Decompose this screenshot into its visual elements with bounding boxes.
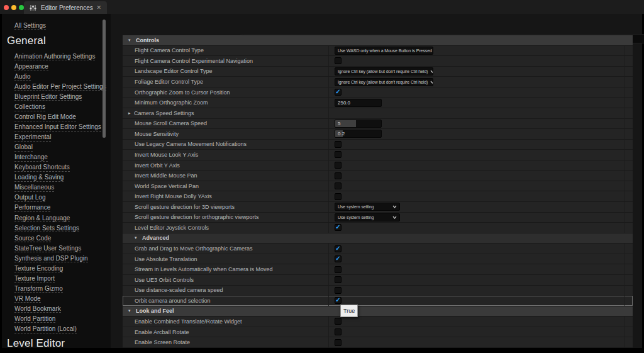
sidebar-item[interactable]: Keyboard Shortcuts: [14, 163, 111, 173]
setting-row[interactable]: Enable Screen Rotate: [123, 337, 633, 348]
traffic-zoom-button[interactable]: [19, 5, 24, 10]
sidebar-item[interactable]: World Partition: [14, 314, 111, 324]
setting-row[interactable]: Flight Camera Control TypeUse WASD only …: [123, 46, 633, 57]
setting-row[interactable]: ▸Camera Speed Settings: [123, 108, 633, 119]
editor-preferences-tab[interactable]: Editor Preferences ✕: [24, 1, 107, 14]
sidebar-item-label: Appearance: [14, 63, 48, 71]
sidebar-item[interactable]: Synthesis and DSP Plugin: [14, 254, 111, 264]
collapse-arrow-icon[interactable]: ▾: [128, 38, 134, 43]
expand-arrow-icon[interactable]: ▸: [128, 111, 134, 116]
sidebar-item[interactable]: World Bookmark: [14, 304, 111, 314]
dropdown[interactable]: Use system setting: [335, 203, 400, 211]
checkbox[interactable]: [335, 182, 341, 189]
sidebar-item[interactable]: Animation Authoring Settings: [14, 52, 111, 62]
tab-close-icon[interactable]: ✕: [96, 5, 101, 11]
checkbox[interactable]: [335, 193, 341, 200]
setting-label-cell: Orthographic Zoom to Cursor Position: [123, 87, 329, 98]
sidebar-item[interactable]: StateTree User Settings: [14, 244, 111, 254]
checkbox[interactable]: ✓: [335, 224, 341, 231]
section-header-row[interactable]: ▾Controls: [123, 35, 633, 46]
sidebar-scrollbar[interactable]: [103, 20, 106, 138]
sidebar-item[interactable]: Interchange: [14, 152, 111, 162]
sidebar-item[interactable]: Transform Gizmo: [14, 284, 111, 294]
setting-row[interactable]: Invert Orbit Y Axis: [123, 160, 633, 171]
checkbox[interactable]: [335, 287, 341, 294]
sidebar-item[interactable]: Loading & Saving: [14, 173, 111, 183]
sidebar-item[interactable]: Miscellaneous: [14, 183, 111, 193]
setting-row[interactable]: Orthographic Zoom to Cursor Position✓: [123, 87, 633, 98]
numeric-field[interactable]: 250.0: [335, 99, 382, 107]
setting-row[interactable]: Invert Mouse Look Y Axis: [123, 150, 633, 160]
section-header-row[interactable]: ▾Look and Feel: [123, 306, 633, 317]
setting-row[interactable]: Enable Arcball Rotate: [123, 327, 633, 338]
sidebar-item[interactable]: Region & Language: [14, 213, 111, 223]
setting-row[interactable]: Level Editor Joystick Controls✓: [123, 223, 633, 233]
setting-row[interactable]: Stream in Levels Automatically when Came…: [123, 264, 633, 275]
traffic-minimize-button[interactable]: [11, 5, 16, 10]
setting-row[interactable]: World Space Vertical Pan: [123, 181, 633, 192]
setting-row[interactable]: Flight Camera Control Experimental Navig…: [123, 56, 633, 67]
setting-value-cell: ✓: [329, 296, 625, 306]
row-right-cell: [625, 244, 633, 254]
setting-row[interactable]: Scroll gesture direction for 3D viewport…: [123, 202, 633, 213]
checkbox[interactable]: [335, 328, 341, 335]
sidebar-item[interactable]: Audio: [14, 72, 111, 82]
sidebar-item[interactable]: Performance: [14, 203, 111, 213]
setting-row[interactable]: Use distance-scaled camera speed: [123, 286, 633, 296]
checkbox[interactable]: [335, 172, 341, 179]
sidebar-item[interactable]: Collections: [14, 102, 111, 112]
checkbox[interactable]: ✓: [335, 245, 341, 252]
checkbox[interactable]: ✓: [335, 297, 341, 304]
checkbox[interactable]: [335, 339, 341, 346]
sidebar-item[interactable]: Selection Sets Settings: [14, 223, 111, 233]
checkbox[interactable]: [335, 318, 341, 325]
sidebar-item[interactable]: Appearance: [14, 62, 111, 72]
sidebar-item-all-settings[interactable]: All Settings: [14, 21, 111, 31]
setting-row[interactable]: Use Legacy Camera Movement Notifications: [123, 140, 633, 150]
sidebar-item[interactable]: Texture Encoding: [14, 264, 111, 274]
sidebar-item[interactable]: Experimental: [14, 132, 111, 142]
sidebar-item[interactable]: Audio Editor Per Project Settings: [14, 82, 111, 92]
dropdown-value: Use WASD only when a Mouse Button is Pre…: [338, 48, 432, 53]
checkbox[interactable]: [335, 162, 341, 169]
dropdown[interactable]: Ignore Ctrl key (allow but don't require…: [335, 78, 433, 86]
setting-row[interactable]: Invert Right Mouse Dolly YAxis: [123, 191, 633, 202]
sidebar-item[interactable]: Texture Import: [14, 274, 111, 284]
dropdown[interactable]: Ignore Ctrl key (allow but don't require…: [335, 67, 433, 76]
checkbox[interactable]: [335, 151, 341, 158]
setting-row[interactable]: Foliage Editor Control TypeIgnore Ctrl k…: [123, 77, 633, 87]
checkbox[interactable]: ✓: [335, 255, 341, 262]
sidebar-item[interactable]: Output Log: [14, 193, 111, 203]
sidebar-item[interactable]: Source Code: [14, 233, 111, 244]
setting-row[interactable]: Orbit camera around selection✓: [123, 296, 633, 306]
setting-row[interactable]: Mouse Sensitivity0.2: [123, 129, 633, 140]
dropdown[interactable]: Use system setting: [335, 213, 400, 221]
traffic-close-button[interactable]: [4, 5, 9, 10]
setting-row[interactable]: Scroll gesture direction for orthographi…: [123, 213, 633, 223]
sidebar-item[interactable]: World Partition (Local): [14, 324, 111, 334]
checkbox[interactable]: [335, 276, 341, 283]
checkbox[interactable]: [335, 57, 341, 64]
section-header-row[interactable]: ▾Advanced: [123, 233, 633, 244]
sidebar-item[interactable]: Blueprint Editor Settings: [14, 92, 111, 102]
checkbox[interactable]: ✓: [335, 89, 341, 96]
checkbox[interactable]: [335, 141, 341, 148]
sidebar-item[interactable]: VR Mode: [14, 294, 111, 304]
dropdown[interactable]: Use WASD only when a Mouse Button is Pre…: [335, 47, 433, 55]
setting-row[interactable]: Grab and Drag to Move Orthographic Camer…: [123, 244, 633, 254]
sidebar-item[interactable]: Control Rig Edit Mode: [14, 112, 111, 122]
setting-row[interactable]: Landscape Editor Control TypeIgnore Ctrl…: [123, 67, 633, 77]
collapse-arrow-icon[interactable]: ▾: [128, 308, 134, 313]
numeric-spinbox[interactable]: 0.2: [335, 130, 382, 138]
setting-row[interactable]: Invert Middle Mouse Pan: [123, 171, 633, 181]
setting-row[interactable]: Use UE3 Orbit Controls: [123, 275, 633, 286]
setting-row[interactable]: Mouse Scroll Camera Speed5: [123, 119, 633, 130]
sidebar-item[interactable]: Enhanced Input Editor Settings: [14, 122, 111, 132]
setting-row[interactable]: Minimum Orthographic Zoom250.0: [123, 98, 633, 108]
numeric-spinbox[interactable]: 5: [335, 120, 382, 128]
setting-row[interactable]: Enable Combined Translate/Rotate Widget: [123, 317, 633, 327]
collapse-arrow-icon[interactable]: ▾: [135, 235, 140, 240]
setting-row[interactable]: Use Absolute Translation✓: [123, 254, 633, 265]
sidebar-item[interactable]: Global: [14, 142, 111, 152]
checkbox[interactable]: [335, 266, 341, 273]
